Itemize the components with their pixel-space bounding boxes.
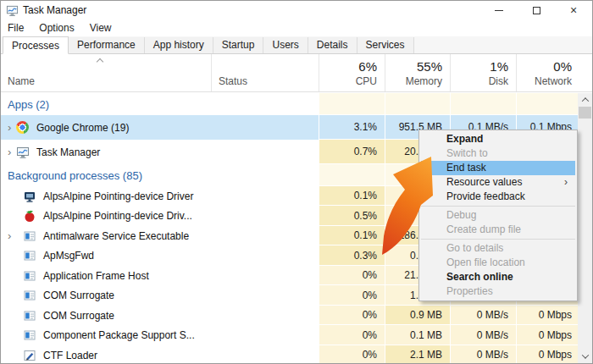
status-cell xyxy=(211,285,319,306)
network-total-percent: 0% xyxy=(517,59,579,74)
cpu-cell: 0% xyxy=(319,285,385,306)
column-status[interactable]: Status xyxy=(211,54,319,91)
menu-item-properties: Properties xyxy=(421,284,575,299)
network-cell: 0 Mbps xyxy=(516,345,578,363)
cpu-cell: 0% xyxy=(319,345,385,363)
column-network[interactable]: 0% Network xyxy=(516,54,579,91)
status-cell xyxy=(211,140,319,164)
process-row-ctf-loader[interactable]: CTF Loader0%2.1 MB0 MB/s0 Mbps xyxy=(1,345,578,363)
column-disk[interactable]: 1% Disk xyxy=(450,54,516,91)
menu-item-search-online[interactable]: Search online xyxy=(421,270,575,284)
cpu-cell: 0.1% xyxy=(319,226,385,245)
process-name-cell[interactable]: ApMsgFwd xyxy=(1,245,211,266)
process-name-cell[interactable]: Application Frame Host xyxy=(1,266,211,285)
menu-separator xyxy=(421,206,575,207)
network-cell: 0 Mbps xyxy=(516,325,578,345)
scrollbar[interactable] xyxy=(578,93,592,363)
submenu-arrow-icon: › xyxy=(564,175,568,190)
column-cpu[interactable]: 6% CPU xyxy=(319,54,385,91)
process-name-cell[interactable]: ›Task Manager xyxy=(1,140,211,164)
menu-options[interactable]: Options xyxy=(31,19,81,36)
status-cell xyxy=(211,325,319,345)
menu-item-resource-values[interactable]: Resource values› xyxy=(421,175,575,190)
menu-file[interactable]: File xyxy=(1,19,31,36)
group-row-apps-2[interactable]: Apps (2) xyxy=(1,93,578,115)
maximize-icon xyxy=(533,7,540,14)
process-name-cell[interactable]: COM Surrogate xyxy=(1,306,211,325)
status-cell xyxy=(211,186,319,206)
window-icon xyxy=(23,309,37,323)
status-cell xyxy=(211,345,319,363)
expander-icon[interactable]: › xyxy=(1,121,16,134)
process-name: Component Package Support S... xyxy=(37,329,195,341)
process-name-cell[interactable]: AlpsAlpine Pointing-device Driver xyxy=(1,186,211,206)
memory-cell: 2.1 MB xyxy=(385,345,450,363)
minimize-icon xyxy=(495,10,503,11)
process-name-cell[interactable]: ›Antimalware Service Executable xyxy=(1,226,211,245)
expander-icon[interactable]: › xyxy=(1,229,23,242)
process-row-component-package-support-s[interactable]: Component Package Support S...0%0.1 MB0 … xyxy=(1,325,578,345)
menu-item-go-to-details: Go to details xyxy=(421,241,575,256)
process-name-cell[interactable]: Component Package Support S... xyxy=(1,325,211,345)
process-name: Application Frame Host xyxy=(37,270,149,282)
title-bar: Task Manager × xyxy=(1,1,592,19)
task-manager-window: Task Manager × FileOptionsView Processes… xyxy=(0,0,593,364)
tab-users[interactable]: Users xyxy=(263,37,308,53)
menu-item-create-dump-file: Create dump file xyxy=(421,223,575,237)
tab-startup[interactable]: Startup xyxy=(213,37,264,53)
minimize-button[interactable] xyxy=(480,1,518,19)
cpu-cell: 0.1% xyxy=(319,186,385,206)
window-icon xyxy=(23,289,37,302)
scroll-down-button[interactable] xyxy=(578,350,592,363)
close-button[interactable]: × xyxy=(555,1,592,19)
group-label: Apps (2) xyxy=(1,98,49,111)
expander-icon[interactable]: › xyxy=(1,146,16,158)
column-header: Name Status 6% CPU 55% Memory 1% Disk 0%… xyxy=(1,54,592,92)
menu-view[interactable]: View xyxy=(82,19,119,36)
tab-app-history[interactable]: App history xyxy=(145,37,213,53)
tab-bar: ProcessesPerformanceApp historyStartupUs… xyxy=(1,36,592,54)
process-name: Task Manager xyxy=(30,146,100,158)
menu-item-expand[interactable]: Expand xyxy=(421,132,575,146)
process-name-cell[interactable]: COM Surrogate xyxy=(1,285,211,306)
process-name: CTF Loader xyxy=(37,350,97,361)
window-icon xyxy=(23,229,37,243)
process-name: Google Chrome (19) xyxy=(30,122,129,134)
scroll-up-button[interactable] xyxy=(578,93,592,107)
process-row-com-surrogate[interactable]: COM Surrogate0%0.9 MB0 MB/s0 Mbps xyxy=(1,306,578,325)
monitor-icon xyxy=(23,190,37,203)
column-name[interactable]: Name xyxy=(1,54,211,91)
window-icon xyxy=(23,249,37,262)
process-name-cell[interactable]: CTF Loader xyxy=(1,345,211,363)
tab-services[interactable]: Services xyxy=(357,37,414,53)
menu-separator xyxy=(421,239,575,240)
process-name-cell[interactable]: ›Google Chrome (19) xyxy=(1,115,211,140)
memory-total-percent: 55% xyxy=(385,59,450,74)
process-name: COM Surrogate xyxy=(37,310,114,322)
status-cell xyxy=(211,206,319,226)
task-manager-app-icon xyxy=(6,4,19,17)
status-cell xyxy=(211,226,319,245)
tab-details[interactable]: Details xyxy=(308,37,357,53)
maximize-button[interactable] xyxy=(518,1,555,19)
window-controls: × xyxy=(480,1,592,19)
close-icon: × xyxy=(570,4,577,16)
cpu-cell: 0.7% xyxy=(319,140,385,164)
menu-item-switch-to: Switch to xyxy=(421,146,575,161)
menu-item-provide-feedback[interactable]: Provide feedback xyxy=(421,190,575,204)
cpu-cell: 0% xyxy=(319,325,385,345)
menu-item-end-task[interactable]: End task xyxy=(421,161,575,175)
pen-icon xyxy=(23,349,37,362)
cpu-cell: 0.3% xyxy=(319,245,385,266)
tab-performance[interactable]: Performance xyxy=(69,37,145,53)
process-name-cell[interactable]: AlpsAlpine Pointing-device Driv... xyxy=(1,206,211,226)
cpu-cell: 0% xyxy=(319,266,385,285)
tab-processes[interactable]: Processes xyxy=(3,36,69,54)
column-memory[interactable]: 55% Memory xyxy=(385,54,450,91)
memory-cell xyxy=(385,93,450,115)
network-cell xyxy=(516,93,578,115)
process-name: COM Surrogate xyxy=(37,290,114,301)
scrollbar-thumb[interactable] xyxy=(579,107,591,119)
cpu-cell: 0% xyxy=(319,306,385,325)
chevron-down-icon xyxy=(581,351,588,358)
